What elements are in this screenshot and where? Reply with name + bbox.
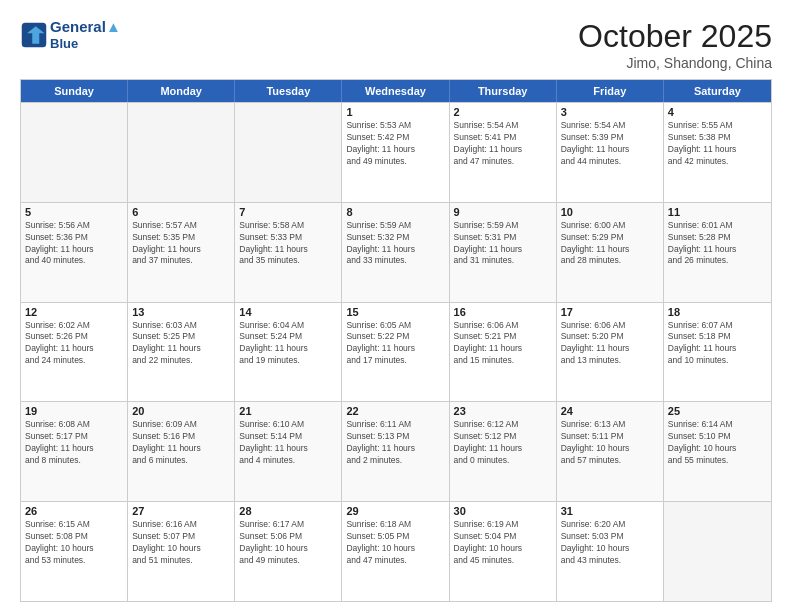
calendar-cell: 9Sunrise: 5:59 AM Sunset: 5:31 PM Daylig… [450,203,557,302]
day-info: Sunrise: 6:13 AM Sunset: 5:11 PM Dayligh… [561,419,659,467]
logo: General▲ Blue [20,18,121,51]
calendar-cell: 6Sunrise: 5:57 AM Sunset: 5:35 PM Daylig… [128,203,235,302]
day-info: Sunrise: 6:07 AM Sunset: 5:18 PM Dayligh… [668,320,767,368]
day-info: Sunrise: 6:08 AM Sunset: 5:17 PM Dayligh… [25,419,123,467]
day-number: 20 [132,405,230,417]
day-info: Sunrise: 6:14 AM Sunset: 5:10 PM Dayligh… [668,419,767,467]
calendar-cell: 5Sunrise: 5:56 AM Sunset: 5:36 PM Daylig… [21,203,128,302]
day-number: 27 [132,505,230,517]
calendar-cell [128,103,235,202]
weekday-header: Saturday [664,80,771,102]
day-number: 15 [346,306,444,318]
day-info: Sunrise: 6:11 AM Sunset: 5:13 PM Dayligh… [346,419,444,467]
day-info: Sunrise: 5:54 AM Sunset: 5:39 PM Dayligh… [561,120,659,168]
calendar-cell: 1Sunrise: 5:53 AM Sunset: 5:42 PM Daylig… [342,103,449,202]
calendar-body: 1Sunrise: 5:53 AM Sunset: 5:42 PM Daylig… [21,102,771,601]
calendar-cell: 4Sunrise: 5:55 AM Sunset: 5:38 PM Daylig… [664,103,771,202]
day-number: 6 [132,206,230,218]
day-number: 17 [561,306,659,318]
calendar-cell: 26Sunrise: 6:15 AM Sunset: 5:08 PM Dayli… [21,502,128,601]
calendar-cell: 20Sunrise: 6:09 AM Sunset: 5:16 PM Dayli… [128,402,235,501]
day-info: Sunrise: 5:56 AM Sunset: 5:36 PM Dayligh… [25,220,123,268]
calendar-cell: 14Sunrise: 6:04 AM Sunset: 5:24 PM Dayli… [235,303,342,402]
calendar-cell: 29Sunrise: 6:18 AM Sunset: 5:05 PM Dayli… [342,502,449,601]
calendar-cell [235,103,342,202]
day-info: Sunrise: 6:03 AM Sunset: 5:25 PM Dayligh… [132,320,230,368]
calendar-cell: 11Sunrise: 6:01 AM Sunset: 5:28 PM Dayli… [664,203,771,302]
page: General▲ Blue October 2025 Jimo, Shandon… [0,0,792,612]
calendar-header: SundayMondayTuesdayWednesdayThursdayFrid… [21,80,771,102]
calendar-cell: 22Sunrise: 6:11 AM Sunset: 5:13 PM Dayli… [342,402,449,501]
day-info: Sunrise: 6:09 AM Sunset: 5:16 PM Dayligh… [132,419,230,467]
day-number: 16 [454,306,552,318]
day-number: 1 [346,106,444,118]
day-info: Sunrise: 6:06 AM Sunset: 5:20 PM Dayligh… [561,320,659,368]
day-info: Sunrise: 6:02 AM Sunset: 5:26 PM Dayligh… [25,320,123,368]
day-number: 23 [454,405,552,417]
calendar-cell: 16Sunrise: 6:06 AM Sunset: 5:21 PM Dayli… [450,303,557,402]
weekday-header: Monday [128,80,235,102]
day-info: Sunrise: 6:05 AM Sunset: 5:22 PM Dayligh… [346,320,444,368]
calendar-cell: 10Sunrise: 6:00 AM Sunset: 5:29 PM Dayli… [557,203,664,302]
day-number: 25 [668,405,767,417]
weekday-header: Wednesday [342,80,449,102]
day-info: Sunrise: 5:59 AM Sunset: 5:32 PM Dayligh… [346,220,444,268]
header: General▲ Blue October 2025 Jimo, Shandon… [20,18,772,71]
day-number: 21 [239,405,337,417]
day-number: 3 [561,106,659,118]
day-number: 10 [561,206,659,218]
day-number: 9 [454,206,552,218]
calendar-row: 5Sunrise: 5:56 AM Sunset: 5:36 PM Daylig… [21,202,771,302]
day-number: 5 [25,206,123,218]
calendar-cell: 24Sunrise: 6:13 AM Sunset: 5:11 PM Dayli… [557,402,664,501]
day-info: Sunrise: 6:12 AM Sunset: 5:12 PM Dayligh… [454,419,552,467]
calendar-cell: 3Sunrise: 5:54 AM Sunset: 5:39 PM Daylig… [557,103,664,202]
day-number: 18 [668,306,767,318]
weekday-header: Friday [557,80,664,102]
calendar-cell: 19Sunrise: 6:08 AM Sunset: 5:17 PM Dayli… [21,402,128,501]
day-number: 4 [668,106,767,118]
calendar-cell: 31Sunrise: 6:20 AM Sunset: 5:03 PM Dayli… [557,502,664,601]
calendar-cell: 2Sunrise: 5:54 AM Sunset: 5:41 PM Daylig… [450,103,557,202]
title-block: October 2025 Jimo, Shandong, China [578,18,772,71]
calendar-cell: 23Sunrise: 6:12 AM Sunset: 5:12 PM Dayli… [450,402,557,501]
logo-text: General▲ Blue [50,18,121,51]
day-number: 11 [668,206,767,218]
calendar-row: 19Sunrise: 6:08 AM Sunset: 5:17 PM Dayli… [21,401,771,501]
day-info: Sunrise: 6:06 AM Sunset: 5:21 PM Dayligh… [454,320,552,368]
day-number: 2 [454,106,552,118]
day-number: 12 [25,306,123,318]
calendar-cell: 30Sunrise: 6:19 AM Sunset: 5:04 PM Dayli… [450,502,557,601]
day-number: 22 [346,405,444,417]
calendar-row: 12Sunrise: 6:02 AM Sunset: 5:26 PM Dayli… [21,302,771,402]
weekday-header: Sunday [21,80,128,102]
day-number: 19 [25,405,123,417]
location-subtitle: Jimo, Shandong, China [578,55,772,71]
day-info: Sunrise: 6:00 AM Sunset: 5:29 PM Dayligh… [561,220,659,268]
calendar-cell: 28Sunrise: 6:17 AM Sunset: 5:06 PM Dayli… [235,502,342,601]
day-info: Sunrise: 5:58 AM Sunset: 5:33 PM Dayligh… [239,220,337,268]
day-number: 29 [346,505,444,517]
calendar-row: 1Sunrise: 5:53 AM Sunset: 5:42 PM Daylig… [21,102,771,202]
calendar-row: 26Sunrise: 6:15 AM Sunset: 5:08 PM Dayli… [21,501,771,601]
day-info: Sunrise: 6:18 AM Sunset: 5:05 PM Dayligh… [346,519,444,567]
day-number: 26 [25,505,123,517]
calendar-cell: 18Sunrise: 6:07 AM Sunset: 5:18 PM Dayli… [664,303,771,402]
day-info: Sunrise: 6:10 AM Sunset: 5:14 PM Dayligh… [239,419,337,467]
calendar-cell: 13Sunrise: 6:03 AM Sunset: 5:25 PM Dayli… [128,303,235,402]
calendar-cell [664,502,771,601]
calendar-cell: 12Sunrise: 6:02 AM Sunset: 5:26 PM Dayli… [21,303,128,402]
day-info: Sunrise: 5:57 AM Sunset: 5:35 PM Dayligh… [132,220,230,268]
day-info: Sunrise: 6:19 AM Sunset: 5:04 PM Dayligh… [454,519,552,567]
day-info: Sunrise: 5:59 AM Sunset: 5:31 PM Dayligh… [454,220,552,268]
day-info: Sunrise: 6:16 AM Sunset: 5:07 PM Dayligh… [132,519,230,567]
calendar-cell [21,103,128,202]
day-info: Sunrise: 6:20 AM Sunset: 5:03 PM Dayligh… [561,519,659,567]
day-number: 7 [239,206,337,218]
day-info: Sunrise: 6:17 AM Sunset: 5:06 PM Dayligh… [239,519,337,567]
day-info: Sunrise: 5:53 AM Sunset: 5:42 PM Dayligh… [346,120,444,168]
logo-icon [20,21,48,49]
weekday-header: Tuesday [235,80,342,102]
calendar-cell: 8Sunrise: 5:59 AM Sunset: 5:32 PM Daylig… [342,203,449,302]
day-info: Sunrise: 5:54 AM Sunset: 5:41 PM Dayligh… [454,120,552,168]
